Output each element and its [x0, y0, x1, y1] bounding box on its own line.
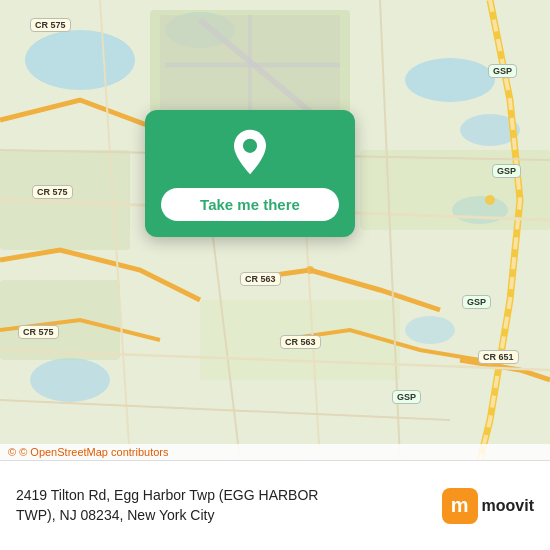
road-badge-cr651: CR 651	[478, 350, 519, 364]
moovit-letter: m	[451, 494, 469, 517]
road-badge-cr575-1: CR 575	[30, 18, 71, 32]
road-badge-gsp-3: GSP	[462, 295, 491, 309]
svg-point-29	[243, 139, 257, 153]
road-badge-gsp-1: GSP	[488, 64, 517, 78]
attribution-copyright: ©	[8, 446, 16, 458]
take-me-there-button[interactable]: Take me there	[161, 188, 339, 221]
map-pin-icon	[226, 128, 274, 176]
road-badge-gsp-2: GSP	[492, 164, 521, 178]
svg-point-7	[405, 316, 455, 344]
road-badge-cr575-2: CR 575	[32, 185, 73, 199]
svg-point-3	[405, 58, 495, 102]
road-badge-cr563-2: CR 563	[280, 335, 321, 349]
road-badge-gsp-4: GSP	[392, 390, 421, 404]
location-card: Take me there	[145, 110, 355, 237]
info-panel: 2419 Tilton Rd, Egg Harbor Twp (EGG HARB…	[0, 460, 550, 550]
attribution-bar: © © OpenStreetMap contributors	[0, 444, 550, 460]
road-badge-cr563-1: CR 563	[240, 272, 281, 286]
attribution-text: © OpenStreetMap contributors	[19, 446, 168, 458]
moovit-logo: m moovit	[442, 488, 534, 524]
address-line1: 2419 Tilton Rd, Egg Harbor Twp (EGG HARB…	[16, 487, 318, 503]
map-container: CR 575 CR 575 CR 575 CR 563 CR 563 CR 65…	[0, 0, 550, 460]
moovit-brand-name: moovit	[482, 497, 534, 515]
svg-point-6	[30, 358, 110, 402]
svg-point-1	[25, 30, 135, 90]
address-block: 2419 Tilton Rd, Egg Harbor Twp (EGG HARB…	[16, 486, 430, 525]
svg-point-26	[306, 266, 314, 274]
svg-rect-12	[0, 280, 120, 360]
address-line2: TWP), NJ 08234, New York City	[16, 507, 214, 523]
svg-point-27	[485, 195, 495, 205]
moovit-logo-icon: m	[442, 488, 478, 524]
road-badge-cr575-3: CR 575	[18, 325, 59, 339]
